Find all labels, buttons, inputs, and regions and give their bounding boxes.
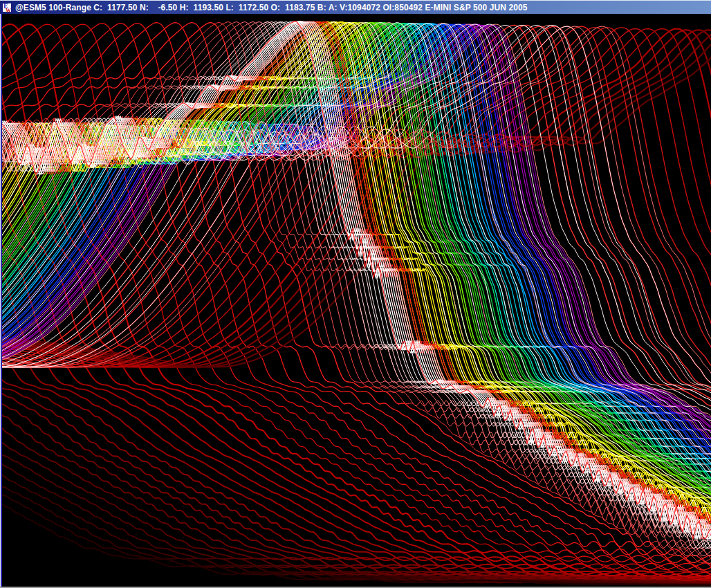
window-titlebar[interactable]: E W @ESM5 100-Range C: 1177.50 N: -6.50 … — [0, 0, 711, 14]
quote-title-text: @ESM5 100-Range C: 1177.50 N: -6.50 H: 1… — [15, 2, 528, 12]
app-icon-letter-w: W — [6, 8, 11, 14]
rainbow-chart-canvas[interactable] — [2, 14, 711, 587]
window-left-border — [0, 14, 2, 587]
ensign-app-icon[interactable]: E W — [2, 3, 12, 12]
ensign-chart-window: E W @ESM5 100-Range C: 1177.50 N: -6.50 … — [0, 0, 711, 588]
